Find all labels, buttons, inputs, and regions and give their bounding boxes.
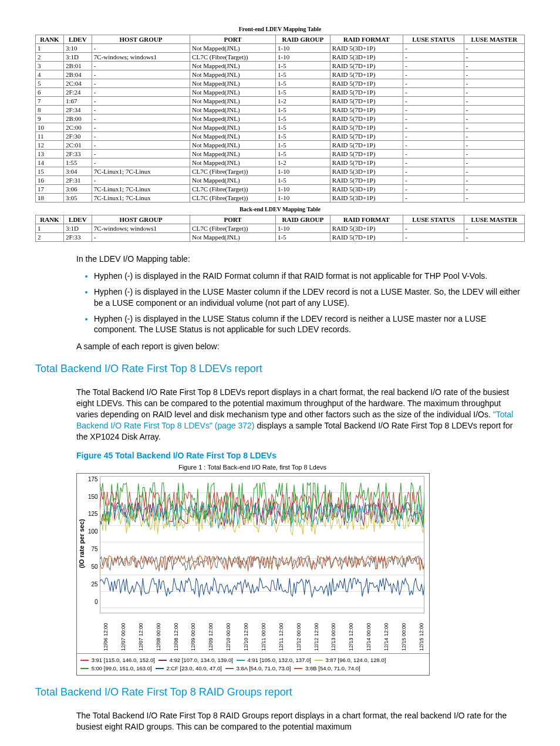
table-row: 32B:01-Not Mapped(JNL)1-5RAID 5(7D+1P)--	[36, 62, 525, 70]
table-cell: -	[403, 224, 464, 233]
legend-swatch	[225, 668, 234, 669]
table-cell: -	[403, 185, 464, 194]
table-cell: -	[403, 158, 464, 167]
table-cell: -	[464, 141, 524, 150]
table-cell: -	[464, 176, 524, 185]
table-cell: 1-10	[276, 53, 330, 62]
legend-swatch	[294, 668, 302, 669]
body-text: In the LDEV I/O Mapping table: Hyphen (-…	[76, 254, 525, 352]
table-cell: 1-10	[276, 194, 330, 202]
table-cell: 15	[36, 167, 64, 176]
table-cell: 2F:30	[63, 132, 92, 141]
table-cell: -	[92, 62, 190, 70]
x-tick: 12/10 12:00	[243, 616, 249, 651]
table-header: RANK	[36, 215, 64, 224]
table-cell: 18	[36, 194, 64, 202]
table-row: 102C:00-Not Mapped(JNL)1-5RAID 5(7D+1P)-…	[36, 123, 525, 132]
table-cell: 3:05	[63, 194, 92, 202]
table-header: HOST GROUP	[92, 35, 190, 44]
table-cell: RAID 5(3D+1P)	[330, 194, 403, 202]
table-cell: -	[464, 114, 524, 123]
table-header: LUSE MASTER	[464, 215, 524, 224]
table-cell: 2C:01	[63, 141, 92, 150]
table-cell: -	[92, 233, 190, 242]
table-cell: 7	[36, 97, 64, 106]
table-cell: 2F:31	[63, 176, 92, 185]
table-cell: -	[92, 97, 190, 106]
table-cell: -	[464, 70, 524, 79]
table-cell: 1-5	[276, 141, 330, 150]
table-cell: -	[403, 106, 464, 114]
table-row: 52C:04-Not Mapped(JNL)1-5RAID 5(7D+1P)--	[36, 79, 525, 88]
table-cell: CL7C (Fibre(Target))	[190, 224, 276, 233]
table-cell: Not Mapped(JNL)	[190, 114, 276, 123]
table-cell: 7C-Linux1; 7C-Linux	[92, 167, 190, 176]
table-cell: -	[403, 114, 464, 123]
table-cell: Not Mapped(JNL)	[190, 106, 276, 114]
table-cell: 1-10	[276, 44, 330, 53]
y-axis-label: (IO rate per sec)	[77, 474, 86, 613]
table-cell: 1:67	[63, 97, 92, 106]
table-cell: 2F:24	[63, 88, 92, 97]
x-tick: 12/07 00:00	[120, 616, 126, 651]
table-cell: 12	[36, 141, 64, 150]
table-cell: -	[464, 88, 524, 97]
table-row: 62F:24-Not Mapped(JNL)1-5RAID 5(7D+1P)--	[36, 88, 525, 97]
legend-item: 4:91 [105.0, 132.0, 137.0]	[237, 657, 311, 663]
table-cell: -	[464, 97, 524, 106]
table-row: 141:55-Not Mapped(JNL)1-2RAID 5(7D+1P)--	[36, 158, 525, 167]
table-header: HOST GROUP	[92, 215, 190, 224]
table-row: 162F:31-Not Mapped(JNL)1-5RAID 5(7D+1P)-…	[36, 176, 525, 185]
table-cell: -	[403, 70, 464, 79]
table-cell: -	[92, 158, 190, 167]
section2-heading: Total Backend I/O Rate First Top 8 RAID …	[35, 686, 525, 698]
table-cell: -	[92, 141, 190, 150]
bullet-item: Hyphen (-) is displayed in the LUSE Stat…	[94, 313, 525, 336]
table-cell: -	[403, 62, 464, 70]
x-tick: 12/10 00:00	[225, 616, 231, 651]
table-cell: 1-2	[276, 158, 330, 167]
table-row: 71:67-Not Mapped(JNL)1-2RAID 5(7D+1P)--	[36, 97, 525, 106]
table-cell: -	[92, 79, 190, 88]
section1-p1a: The Total Backend I/O Rate First Top 8 L…	[76, 387, 509, 419]
legend-item: 4:92 [107.0, 134.0, 139.0]	[158, 657, 233, 663]
table-row: 13:1D7C-windows; windows1CL7C (Fibre(Tar…	[36, 224, 525, 233]
table-cell: 11	[36, 132, 64, 141]
legend-swatch	[80, 660, 89, 661]
x-tick: 12/08 12:00	[173, 616, 179, 651]
table-cell: RAID 5(3D+1P)	[330, 167, 403, 176]
x-tick: 12/12 00:00	[296, 616, 302, 651]
table-cell: Not Mapped(JNL)	[190, 88, 276, 97]
x-tick: 12/11 00:00	[261, 616, 266, 651]
bullet-list: Hyphen (-) is displayed in the RAID Form…	[76, 271, 525, 335]
table-cell: -	[92, 70, 190, 79]
table-cell: 1-5	[276, 114, 330, 123]
legend-item: 3:91 [115.0, 146.0, 152.0]	[80, 657, 155, 663]
table-cell: -	[403, 79, 464, 88]
table-cell: 7C-Linux1; 7C-Linux	[92, 194, 190, 202]
table-cell: RAID 5(3D+1P)	[330, 185, 403, 194]
table-cell: -	[464, 53, 524, 62]
chart-container: Figure 1 : Total Back-end I/O Rate, firs…	[76, 464, 429, 676]
chart-title: Figure 1 : Total Back-end I/O Rate, firs…	[76, 464, 429, 471]
table-cell: Not Mapped(JNL)	[190, 97, 276, 106]
table-cell: 2B:04	[63, 70, 92, 79]
table-header: RAID GROUP	[276, 35, 330, 44]
table-cell: -	[403, 141, 464, 150]
table-cell: 17	[36, 185, 64, 194]
table-cell: -	[403, 233, 464, 242]
table-header: LUSE MASTER	[464, 35, 524, 44]
table-cell: -	[464, 194, 524, 202]
table-cell: Not Mapped(JNL)	[190, 141, 276, 150]
table-cell: -	[464, 62, 524, 70]
table-cell: RAID 5(7D+1P)	[330, 70, 403, 79]
x-tick: 12/08 00:00	[156, 616, 161, 651]
table-row: 23:1D7C-windows; windows1CL7C (Fibre(Tar…	[36, 53, 525, 62]
table-cell: -	[92, 132, 190, 141]
table-cell: 1-10	[276, 224, 330, 233]
table-cell: 7C-windows; windows1	[92, 224, 190, 233]
table-cell: RAID 5(3D+1P)	[330, 224, 403, 233]
table-cell: RAID 5(7D+1P)	[330, 176, 403, 185]
table-cell: 2B:00	[63, 114, 92, 123]
table-cell: RAID 5(7D+1P)	[330, 62, 403, 70]
